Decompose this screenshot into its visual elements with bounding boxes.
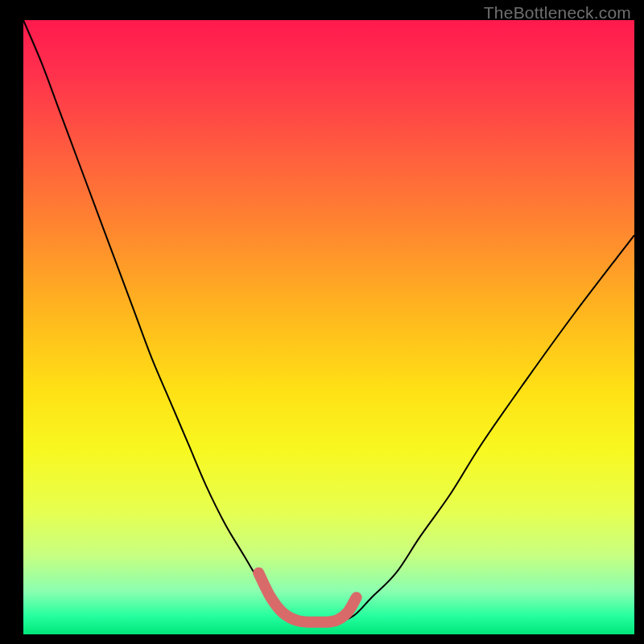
bottleneck-curve bbox=[23, 20, 634, 622]
chart-curve-layer bbox=[0, 0, 644, 644]
chart-frame: TheBottleneck.com bbox=[0, 0, 644, 644]
optimal-range-highlight bbox=[258, 573, 356, 622]
